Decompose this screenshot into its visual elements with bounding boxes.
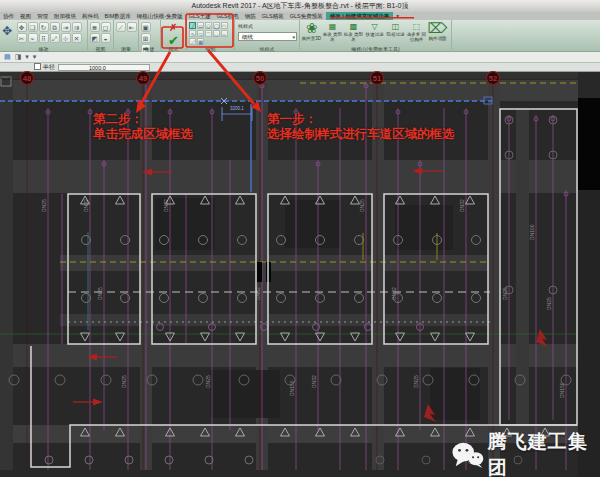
pipe-size-label: DN25: [359, 199, 365, 212]
pipe-size-label: DN25: [121, 375, 127, 388]
grid-bubble-label: 48: [23, 74, 31, 83]
pipe-size-label: DN25: [413, 375, 419, 388]
pipe-size-label: DN25: [97, 287, 103, 300]
revit-window: Autodesk Revit 2017 - A区地下车库-角整板整合.rvt -…: [0, 0, 600, 477]
watermark: 腾飞建工集团: [452, 429, 600, 477]
pipe-size-label: DN25: [205, 375, 211, 388]
drawing-canvas[interactable]: DN25DN32DN25DN25DN32DN25DN32DN150DN32DN2…: [0, 0, 600, 477]
grid-bubble-label: 51: [373, 74, 381, 83]
step2-text: 单击完成区域框选: [93, 127, 193, 142]
step1-title: 第一步：: [267, 112, 455, 127]
annotation-step1: 第一步： 选择绘制样式进行车道区域的框选: [267, 112, 455, 142]
grid-bubble-label: 50: [256, 74, 264, 83]
pipe-size-label: DN25: [41, 199, 47, 212]
watermark-text: 腾飞建工集团: [488, 429, 600, 477]
wechat-icon: [452, 440, 484, 470]
step2-title: 第二步：: [93, 112, 193, 127]
annotation-step2: 第二步： 单击完成区域框选: [93, 112, 193, 142]
temporary-dimension: 3200.1: [230, 106, 244, 111]
pipe-size-label: DN25: [546, 297, 552, 310]
pipe-size-label: DN100: [529, 224, 535, 240]
grid-bubble-label: 52: [489, 74, 497, 83]
pipe-size-label: DN32: [311, 375, 317, 388]
step1-text: 选择绘制样式进行车道区域的框选: [267, 127, 455, 142]
pipe-size-label: DN32: [163, 199, 169, 212]
grid-bubble-label: 49: [139, 74, 147, 83]
pipe-size-label: DN32: [459, 199, 465, 212]
